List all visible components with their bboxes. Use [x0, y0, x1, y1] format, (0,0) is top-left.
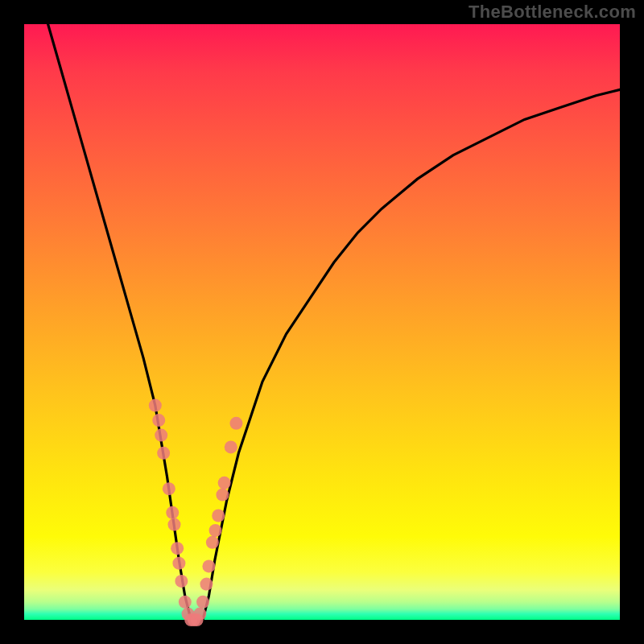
highlight-dot [149, 399, 162, 412]
highlight-dot [155, 429, 167, 442]
highlight-dot [167, 518, 180, 531]
highlight-dot [179, 596, 192, 609]
highlight-dots [149, 399, 243, 626]
highlight-dot [171, 542, 184, 555]
highlight-dot [166, 506, 179, 519]
highlight-dot [175, 575, 188, 588]
highlight-dot [212, 510, 225, 522]
highlight-dot [218, 477, 231, 489]
highlight-dot [163, 482, 175, 495]
highlight-dot [209, 524, 222, 537]
chart-frame: TheBottleneck.com [0, 0, 644, 644]
highlight-dot [200, 578, 213, 591]
bottleneck-curve [48, 24, 620, 620]
chart-plot-area [24, 24, 620, 620]
highlight-dot [196, 596, 209, 609]
watermark-text: TheBottleneck.com [469, 2, 636, 23]
highlight-dot [216, 489, 229, 502]
chart-svg [24, 24, 620, 620]
highlight-dot [206, 536, 219, 549]
highlight-dot [193, 608, 206, 621]
highlight-dot [157, 447, 170, 460]
highlight-dot [225, 440, 237, 453]
highlight-dot [229, 417, 242, 430]
highlight-dot [172, 557, 185, 570]
highlight-dot [152, 414, 165, 427]
highlight-dot [202, 559, 215, 572]
